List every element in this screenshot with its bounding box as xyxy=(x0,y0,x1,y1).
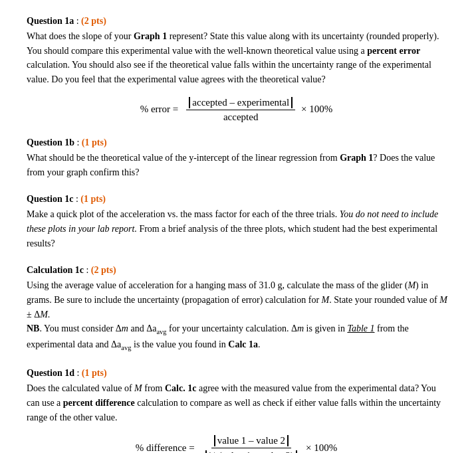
question-1d-colon: : xyxy=(76,368,81,378)
percent-error-multiply: × 100% xyxy=(301,104,332,115)
question-1a-colon: : xyxy=(76,16,81,26)
question-1b-pts: (1 pts) xyxy=(82,137,107,147)
question-1a-label: Question 1a xyxy=(27,16,74,26)
percent-diff-fraction: value 1 – value 2 ½ (value 1 + value 2) xyxy=(203,434,300,454)
calculation-1c: Calculation 1c : (2 pts) Using the avera… xyxy=(27,265,449,353)
question-1a-pts: (2 pts) xyxy=(81,16,106,26)
question-1d-pts: (1 pts) xyxy=(82,368,107,378)
percent-error-label: % error = xyxy=(140,104,179,115)
abs-content-denom: ½ (value 1 + value 2) xyxy=(207,450,296,453)
percent-diff-ref: percent difference xyxy=(63,398,135,408)
abs-bar-right-denom xyxy=(296,450,297,453)
calculation-1c-header: Calculation 1c : (2 pts) xyxy=(27,265,449,276)
question-1b-header: Question 1b : (1 pts) xyxy=(27,137,449,148)
question-1d-label: Question 1d xyxy=(27,368,74,378)
percent-error-fraction: accepted – experimental accepted xyxy=(186,96,295,123)
calculation-1c-label: Calculation 1c xyxy=(27,265,84,275)
question-1b: Question 1b : (1 pts) What should be the… xyxy=(27,137,449,179)
percent-difference-formula: % difference = value 1 – value 2 ½ (valu… xyxy=(27,434,449,454)
m-ref-1: m xyxy=(122,323,128,333)
question-1a: Question 1a : (2 pts) What does the slop… xyxy=(27,16,449,123)
question-1d-header: Question 1d : (1 pts) xyxy=(27,368,449,379)
calculation-1c-pts: (2 pts) xyxy=(91,265,116,275)
calculation-1c-text: Using the average value of acceleration … xyxy=(27,278,449,353)
abs-bar-right-1a xyxy=(291,97,293,108)
percent-diff-numerator: value 1 – value 2 xyxy=(211,434,291,448)
question-1b-colon: : xyxy=(76,137,81,147)
avg-sub-2: avg xyxy=(121,344,131,351)
question-1c-pts: (1 pts) xyxy=(80,194,106,204)
question-1c-label: Question 1c xyxy=(27,194,73,204)
calc1c-ref: Calc. 1c xyxy=(165,383,196,393)
percent-error-denominator: accepted xyxy=(221,110,261,123)
percent-diff-multiply: × 100% xyxy=(306,442,337,453)
graph1-ref-1b: Graph 1 xyxy=(340,153,373,163)
question-1d: Question 1d : (1 pts) Does the calculate… xyxy=(27,368,449,453)
avg-sub-1: avg xyxy=(156,328,166,335)
abs-bar-right-1d xyxy=(287,435,289,446)
graph1-ref-1a: Graph 1 xyxy=(134,31,167,41)
calculation-1c-colon: : xyxy=(86,265,90,275)
nb-label: NB xyxy=(27,323,39,333)
question-1d-text: Does the calculated value of M from Calc… xyxy=(27,381,449,424)
question-1b-label: Question 1b xyxy=(27,137,74,147)
percent-diff-denominator: ½ (value 1 + value 2) xyxy=(203,448,300,453)
page-content: Question 1a : (2 pts) What does the slop… xyxy=(27,16,449,453)
m-ref-2: m xyxy=(297,323,304,333)
percent-error-ref: percent error xyxy=(367,46,420,56)
table1-ref: Table 1 xyxy=(347,323,374,333)
question-1c-header: Question 1c : (1 pts) xyxy=(27,194,449,205)
percent-diff-label: % difference = xyxy=(136,442,195,453)
percent-error-formula: % error = accepted – experimental accept… xyxy=(27,96,449,123)
abs-wrap-1d: value 1 – value 2 xyxy=(214,435,289,446)
M-ref-1d: M xyxy=(134,383,142,393)
calc1a-ref: Calc 1a xyxy=(228,339,258,349)
question-1a-header: Question 1a : (2 pts) xyxy=(27,16,449,27)
abs-content-1d: value 1 – value 2 xyxy=(215,435,287,446)
M-ref-2: M xyxy=(322,295,330,305)
no-include-note: You do not need to include these plots i… xyxy=(27,209,438,234)
abs-content-1a: accepted – experimental xyxy=(190,97,291,108)
question-1c: Question 1c : (1 pts) Make a quick plot … xyxy=(27,194,449,250)
M-ref-4: M xyxy=(40,310,48,319)
question-1c-text: Make a quick plot of the acceleration vs… xyxy=(27,207,449,250)
M-ref-1: M xyxy=(408,280,416,290)
abs-wrap-1a: accepted – experimental xyxy=(189,97,293,108)
percent-error-numerator: accepted – experimental xyxy=(186,96,295,110)
M-ref-3: M xyxy=(439,295,447,305)
question-1b-text: What should be the theoretical value of … xyxy=(27,151,449,179)
abs-wrap-denom: ½ (value 1 + value 2) xyxy=(205,450,297,453)
question-1a-text: What does the slope of your Graph 1 repr… xyxy=(27,29,449,87)
